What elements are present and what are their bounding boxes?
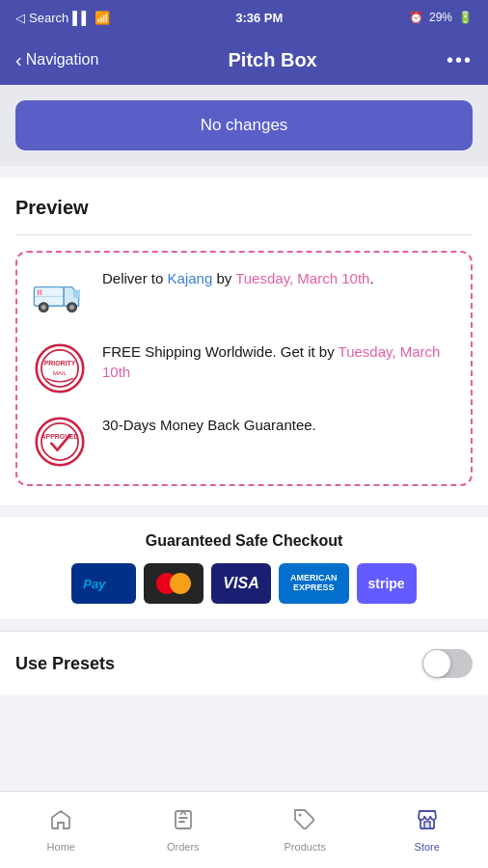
stripe-badge: stripe xyxy=(357,563,417,604)
svg-point-15 xyxy=(41,423,78,460)
svg-rect-2 xyxy=(73,289,80,297)
store-icon xyxy=(416,808,439,837)
products-icon xyxy=(293,808,316,837)
amex-badge: AMERICANEXPRESS xyxy=(279,563,349,604)
shipping-text: FREE Shipping Worldwide. Get it by Tuesd… xyxy=(102,341,455,382)
status-bar: ◁ Search ▌▌ 📶 3:36 PM ⏰ 29% 🔋 xyxy=(0,0,488,35)
delivery-item: Deliver to Kajang by Tuesday, March 10th… xyxy=(33,268,455,322)
truck-icon xyxy=(33,268,87,322)
orders-icon xyxy=(172,808,195,837)
tab-store[interactable]: Store xyxy=(366,800,489,853)
more-options-button[interactable]: ••• xyxy=(447,49,473,71)
tab-home-label: Home xyxy=(47,841,75,853)
priority-icon: PRIORITY MAIL xyxy=(33,341,87,395)
svg-text:APPROVED: APPROVED xyxy=(41,433,79,440)
no-changes-button[interactable]: No changes xyxy=(15,100,473,150)
preview-card: Deliver to Kajang by Tuesday, March 10th… xyxy=(15,251,473,486)
shipping-item: PRIORITY MAIL FREE Shipping Worldwide. G… xyxy=(33,341,455,395)
tab-products-label: Products xyxy=(285,841,326,853)
visa-badge: VISA xyxy=(211,563,271,604)
status-right: ⏰ 29% 🔋 xyxy=(409,11,473,24)
presets-toggle[interactable] xyxy=(422,649,473,678)
checkout-title: Guaranteed Safe Checkout xyxy=(15,532,473,550)
svg-point-4 xyxy=(41,305,46,310)
tab-orders[interactable]: Orders xyxy=(122,800,245,853)
preview-section: Preview xyxy=(0,177,488,505)
preview-divider xyxy=(15,234,473,235)
alarm-icon: ⏰ xyxy=(409,11,423,24)
presets-label: Use Presets xyxy=(15,654,115,674)
svg-rect-17 xyxy=(176,811,191,828)
chevron-left-icon: ‹ xyxy=(15,49,22,71)
guarantee-text: 30-Days Money Back Guarantee. xyxy=(102,415,455,435)
svg-point-18 xyxy=(299,813,302,816)
toggle-knob xyxy=(423,650,450,677)
tab-orders-label: Orders xyxy=(167,841,200,853)
battery-label: 29% xyxy=(429,11,452,24)
nav-bar: ‹ Navigation Pitch Box ••• xyxy=(0,35,488,85)
checkout-section: Guaranteed Safe Checkout PayPal VISA AME… xyxy=(0,517,488,619)
nav-back-button[interactable]: ‹ Navigation xyxy=(15,49,98,71)
tab-store-label: Store xyxy=(415,841,440,853)
approved-icon: APPROVED xyxy=(33,415,87,469)
svg-point-6 xyxy=(69,305,74,310)
status-search: Search xyxy=(29,11,68,25)
no-changes-section: No changes xyxy=(0,85,488,166)
payment-badges: PayPal VISA AMERICANEXPRESS stripe xyxy=(15,563,473,604)
battery-icon: 🔋 xyxy=(458,11,473,24)
signal-icon: ◁ xyxy=(15,11,25,25)
nav-title: Pitch Box xyxy=(229,49,317,71)
svg-rect-19 xyxy=(424,822,430,828)
tab-home[interactable]: Home xyxy=(0,800,122,853)
tab-bar: Home Orders Products xyxy=(0,791,488,868)
home-icon xyxy=(49,808,72,837)
mc-orange-circle xyxy=(170,573,191,594)
presets-section: Use Presets xyxy=(0,631,488,695)
mastercard-badge xyxy=(144,563,203,604)
status-left: ◁ Search ▌▌ 📶 xyxy=(15,11,110,25)
svg-text:PRIORITY: PRIORITY xyxy=(44,360,76,366)
preview-label: Preview xyxy=(15,197,473,219)
nav-back-label: Navigation xyxy=(26,51,99,68)
guarantee-item: APPROVED 30-Days Money Back Guarantee. xyxy=(33,415,455,469)
wifi-icon: 📶 xyxy=(95,11,110,25)
paypal-badge: PayPal xyxy=(71,563,136,604)
tab-products[interactable]: Products xyxy=(244,800,366,853)
delivery-text: Deliver to Kajang by Tuesday, March 10th… xyxy=(102,268,455,288)
svg-text:MAIL: MAIL xyxy=(53,370,68,376)
status-time: 3:36 PM xyxy=(235,11,283,25)
network-icon: ▌▌ xyxy=(72,11,90,25)
